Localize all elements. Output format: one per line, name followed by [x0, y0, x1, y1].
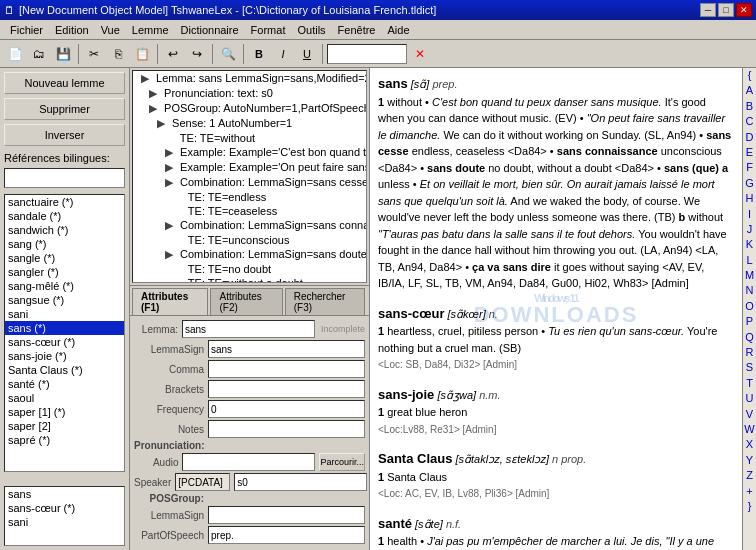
word-item[interactable]: sangsue (*) — [5, 293, 124, 307]
word-item[interactable]: sang-mêlé (*) — [5, 279, 124, 293]
tree-node[interactable]: TE: TE=without a doubt — [133, 276, 366, 283]
tab-rechercher-f3[interactable]: Rechercher (F3) — [285, 288, 365, 315]
word-item[interactable]: santé (*) — [5, 377, 124, 391]
alpha-k[interactable]: K — [743, 237, 756, 252]
alpha-h[interactable]: H — [743, 191, 756, 206]
lemma-input[interactable] — [182, 320, 315, 338]
alpha-x[interactable]: X — [743, 437, 756, 452]
alpha-m[interactable]: M — [743, 268, 756, 283]
alpha-bracket-close[interactable]: } — [743, 499, 756, 514]
tab-attributes-f2[interactable]: Attributes (F2) — [210, 288, 282, 315]
parcourir-button[interactable]: Parcourir... — [319, 453, 365, 471]
close-button[interactable]: ✕ — [736, 3, 752, 17]
brackets-input[interactable] — [208, 380, 365, 398]
word-item[interactable]: saoul — [5, 391, 124, 405]
word-item[interactable]: sapré (*) — [5, 433, 124, 447]
lemmasign2-input[interactable] — [208, 506, 365, 524]
alpha-plus[interactable]: + — [743, 484, 756, 499]
alpha-a[interactable]: A — [743, 83, 756, 98]
alpha-l[interactable]: L — [743, 253, 756, 268]
cut-button[interactable]: ✂ — [83, 43, 105, 65]
word-item[interactable]: sangler (*) — [5, 265, 124, 279]
redo-button[interactable]: ↪ — [186, 43, 208, 65]
tree-node[interactable]: TE: TE=ceaseless — [133, 204, 366, 218]
alpha-w[interactable]: W — [743, 422, 756, 437]
open-button[interactable]: 🗂 — [28, 43, 50, 65]
tree-area[interactable]: ▶ Lemma: sans LemmaSign=sans,Modified=20… — [132, 70, 367, 283]
minimize-button[interactable]: ─ — [700, 3, 716, 17]
tree-node[interactable]: TE: TE=no doubt — [133, 262, 366, 276]
alpha-p[interactable]: P — [743, 314, 756, 329]
alpha-s[interactable]: S — [743, 360, 756, 375]
word-item[interactable]: sangle (*) — [5, 251, 124, 265]
underline-button[interactable]: U — [296, 43, 318, 65]
menu-lemme[interactable]: Lemme — [126, 22, 175, 38]
alpha-g[interactable]: G — [743, 176, 756, 191]
word-item[interactable]: sanctuaire (*) — [5, 195, 124, 209]
word-item[interactable]: sani — [5, 307, 124, 321]
notes-input[interactable] — [208, 420, 365, 438]
alpha-d[interactable]: D — [743, 130, 756, 145]
nouveau-lemme-button[interactable]: Nouveau lemme — [4, 72, 125, 94]
alpha-o[interactable]: O — [743, 299, 756, 314]
audio-input[interactable] — [182, 453, 315, 471]
search-button[interactable]: 🔍 — [217, 43, 239, 65]
word-item[interactable]: Santa Claus (*) — [5, 363, 124, 377]
references-input[interactable] — [4, 168, 125, 188]
partofspeech-input[interactable] — [208, 526, 365, 544]
tree-node[interactable]: TE: TE=unconscious — [133, 233, 366, 247]
word-item[interactable]: sani — [5, 515, 124, 529]
tree-node[interactable]: TE: TE=without — [133, 131, 366, 145]
menu-fenetre[interactable]: Fenêtre — [332, 22, 382, 38]
alpha-r[interactable]: R — [743, 345, 756, 360]
tree-node[interactable]: ▶ Lemma: sans LemmaSign=sans,Modified=20… — [133, 71, 366, 86]
paste-button[interactable]: 📋 — [131, 43, 153, 65]
word-list-secondary[interactable]: sans sans-cœur (*) sani — [4, 486, 125, 546]
lemmasign-input[interactable] — [208, 340, 365, 358]
new-button[interactable]: 📄 — [4, 43, 26, 65]
menu-fichier[interactable]: Fichier — [4, 22, 49, 38]
alpha-f[interactable]: F — [743, 160, 756, 175]
word-item[interactable]: sans-joie (*) — [5, 349, 124, 363]
tab-attributes-f1[interactable]: Attributes (F1) — [132, 288, 208, 315]
menu-dictionnaire[interactable]: Dictionnaire — [175, 22, 245, 38]
word-item-selected[interactable]: sans (*) — [5, 321, 124, 335]
menu-edition[interactable]: Edition — [49, 22, 95, 38]
alpha-b[interactable]: B — [743, 99, 756, 114]
alpha-v[interactable]: V — [743, 407, 756, 422]
tree-node[interactable]: ▶ Combination: LemmaSign=sans cesse,Etym… — [133, 175, 366, 190]
tree-node[interactable]: ▶ POSGroup: AutoNumber=1,PartOfSpeech=pr… — [133, 101, 366, 116]
title-bar-controls[interactable]: ─ □ ✕ — [700, 3, 752, 17]
menu-vue[interactable]: Vue — [95, 22, 126, 38]
word-item[interactable]: sang (*) — [5, 237, 124, 251]
alpha-n[interactable]: N — [743, 283, 756, 298]
word-item[interactable]: sans-cœur (*) — [5, 335, 124, 349]
word-item[interactable]: sandale (*) — [5, 209, 124, 223]
bold-button[interactable]: B — [248, 43, 270, 65]
alpha-u[interactable]: U — [743, 391, 756, 406]
tree-node[interactable]: TE: TE=endless — [133, 190, 366, 204]
speaker-value-input[interactable] — [234, 473, 367, 491]
maximize-button[interactable]: □ — [718, 3, 734, 17]
tree-node[interactable]: ▶ Combination: LemmaSign=sans connaissan… — [133, 218, 366, 233]
frequency-input[interactable] — [208, 400, 365, 418]
word-item[interactable]: sans — [5, 487, 124, 501]
alpha-j[interactable]: J — [743, 222, 756, 237]
alpha-y[interactable]: Y — [743, 453, 756, 468]
alpha-c[interactable]: C — [743, 114, 756, 129]
alpha-q[interactable]: Q — [743, 330, 756, 345]
delete-button[interactable]: ✕ — [409, 43, 431, 65]
tree-node[interactable]: ▶ Sense: 1 AutoNumber=1 — [133, 116, 366, 131]
tree-node[interactable]: ▶ Example: Example='C'est bon quand tu p… — [133, 145, 366, 160]
tree-node[interactable]: ▶ Pronunciation: text: s0 — [133, 86, 366, 101]
word-item[interactable]: saper [2] — [5, 419, 124, 433]
word-list[interactable]: sanctuaire (*) sandale (*) sandwich (*) … — [4, 194, 125, 472]
search-input[interactable] — [327, 44, 407, 64]
tree-node[interactable]: ▶ Example: Example='On peut faire sans t… — [133, 160, 366, 175]
save-button[interactable]: 💾 — [52, 43, 74, 65]
alpha-e[interactable]: E — [743, 145, 756, 160]
alpha-bracket-open[interactable]: { — [743, 68, 756, 83]
alpha-z[interactable]: Z — [743, 468, 756, 483]
tree-node[interactable]: ▶ Combination: LemmaSign=sans doute,Etym… — [133, 247, 366, 262]
word-item[interactable]: saper [1] (*) — [5, 405, 124, 419]
